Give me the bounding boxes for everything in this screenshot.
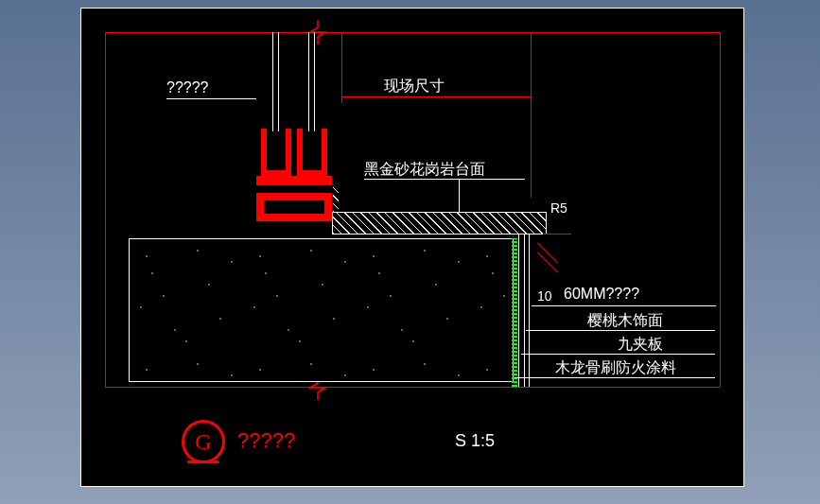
red-border-right <box>720 32 721 387</box>
dim-ext-left <box>341 32 342 103</box>
mullion-line-2 <box>278 32 279 131</box>
leader-granite-v <box>459 179 460 212</box>
dim-ext-right <box>531 32 532 198</box>
detail-bubble: G <box>182 420 225 463</box>
dim-line-field <box>341 96 531 97</box>
granite-upstand <box>333 185 339 212</box>
bubble-underline <box>187 461 219 463</box>
label-dim10: 10 <box>537 288 552 304</box>
label-unknown-top: ????? <box>166 79 209 96</box>
label-firepaint: 木龙骨刷防火涂料 <box>555 358 676 378</box>
leader-dim60 <box>532 305 716 306</box>
label-plywood: 九夹板 <box>618 335 663 355</box>
layer-line-1 <box>518 234 519 387</box>
leader-unknown-top <box>166 98 256 99</box>
granite-slab <box>332 212 547 235</box>
concrete-mass <box>129 238 514 382</box>
label-granite: 黑金砂花岗岩台面 <box>364 160 485 180</box>
mullion-line-4 <box>314 32 315 131</box>
leader-firepaint <box>515 377 715 378</box>
cad-canvas: 现场尺寸 ????? 黑金砂花岗岩台面 R5 10 60MM???? 樱桃木饰面… <box>80 8 744 487</box>
label-field-dim: 现场尺寸 <box>384 77 445 96</box>
bracket-right <box>297 129 327 176</box>
red-border-left <box>105 32 106 387</box>
detail-bubble-letter: G <box>195 429 211 455</box>
detail-scale: S 1:5 <box>455 431 495 451</box>
beam-hollow <box>256 193 332 221</box>
leader-granite-h <box>364 179 525 180</box>
label-radius: R5 <box>550 200 567 216</box>
leader-cherry <box>526 330 715 331</box>
red-border-bottom <box>105 387 720 388</box>
leader-plywood <box>521 354 715 355</box>
layer-line-2 <box>524 234 525 387</box>
layer-batten <box>512 238 517 387</box>
bracket-left <box>261 129 291 176</box>
tick-diag-2 <box>537 252 558 273</box>
tick-diag-1 <box>537 243 558 264</box>
detail-title: ????? <box>237 428 295 453</box>
tick-under-slab <box>543 234 571 235</box>
red-border-top <box>105 32 720 33</box>
layer-line-3 <box>529 234 530 387</box>
mullion-line-3 <box>308 32 309 131</box>
mullion-line-1 <box>272 32 273 131</box>
label-dim60: 60MM???? <box>564 286 639 303</box>
label-cherry: 樱桃木饰面 <box>587 311 663 331</box>
plate-upper <box>256 176 332 185</box>
